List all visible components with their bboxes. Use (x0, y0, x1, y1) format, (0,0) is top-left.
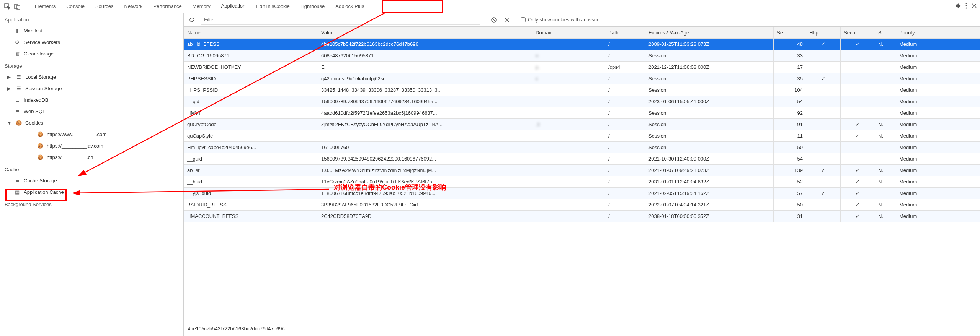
cell-path[interactable]: / (605, 119, 645, 130)
cell-value[interactable]: E (318, 62, 532, 73)
cell-priority[interactable]: Medium (896, 50, 980, 62)
cell-secure[interactable]: ✓ (841, 165, 875, 176)
col-header-size[interactable]: Size (774, 27, 806, 39)
cell-domain[interactable]: .3 (532, 119, 605, 130)
cell-value[interactable]: Zjmf%2FKzCBsycyOCnFL9YdPDybHAgaAUpTzTNA.… (318, 119, 532, 130)
table-row[interactable]: quCryptCodeZjmf%2FKzCBsycyOCnFL9YdPDybHA… (184, 119, 980, 130)
cell-path[interactable]: / (605, 50, 645, 62)
cell-expires[interactable]: 2031-01-01T12:40:04.632Z (645, 176, 774, 188)
sidebar-cookie-origin-0[interactable]: 🍪https://www.________.com (0, 128, 183, 140)
sidebar-item-cache-storage[interactable]: ≣Cache Storage (0, 175, 183, 186)
cell-secure[interactable]: ✓ (841, 39, 875, 50)
cell-priority[interactable]: Medium (896, 84, 980, 96)
cell-name[interactable]: PHPSESSID (184, 73, 318, 84)
cell-http[interactable] (806, 96, 841, 107)
cell-same[interactable] (875, 84, 896, 96)
cookies-grid[interactable]: Name Value Domain Path Expires / Max-Age… (184, 27, 980, 323)
col-header-name[interactable]: Name (184, 27, 318, 39)
cell-value[interactable] (318, 130, 532, 142)
cell-priority[interactable]: Medium (896, 142, 980, 153)
tab-lighthouse[interactable]: Lighthouse (295, 0, 330, 13)
cell-expires[interactable]: 2022-01-07T04:34:14.321Z (645, 199, 774, 211)
cell-name[interactable]: ab_jid_BFESS (184, 39, 318, 50)
sidebar-item-indexeddb[interactable]: ≣IndexedDB (0, 94, 183, 106)
cell-path[interactable]: / (605, 39, 645, 50)
cell-expires[interactable]: Session (645, 73, 774, 84)
cell-name[interactable]: quCapStyle (184, 130, 318, 142)
cell-expires[interactable]: 2021-12-12T11:06:08.000Z (645, 62, 774, 73)
sidebar-item-websql[interactable]: ≣Web SQL (0, 106, 183, 117)
tab-console[interactable]: Console (61, 0, 90, 13)
cell-http[interactable] (806, 211, 841, 222)
chevron-down-icon[interactable]: ▼ (7, 120, 11, 126)
cell-name[interactable]: HMACCOUNT_BFESS (184, 211, 318, 222)
cell-http[interactable] (806, 199, 841, 211)
cell-value[interactable]: q42mncustt9u15liahmlpj62sq (318, 73, 532, 84)
cell-name[interactable]: __guid (184, 153, 318, 165)
cell-size[interactable]: 50 (774, 142, 806, 153)
cell-size[interactable]: 11 (774, 130, 806, 142)
cell-expires[interactable]: Session (645, 50, 774, 62)
cell-same[interactable] (875, 50, 896, 62)
cell-secure[interactable]: ✓ (841, 199, 875, 211)
cell-secure[interactable] (841, 96, 875, 107)
cell-secure[interactable] (841, 84, 875, 96)
cell-secure[interactable] (841, 73, 875, 84)
cell-path[interactable]: / (605, 107, 645, 119)
table-row[interactable]: BAIDUID_BFESS3B39B29AF965E0D1582E0DC52E9… (184, 199, 980, 211)
cell-priority[interactable]: Medium (896, 96, 980, 107)
table-row[interactable]: PHPSESSIDq42mncustt9u15liahmlpj62sqc/Ses… (184, 73, 980, 84)
cell-path[interactable]: / (605, 96, 645, 107)
table-row[interactable]: quCapStyle/Session11✓N...Medium (184, 130, 980, 142)
tab-editthiscookie[interactable]: EditThisCookie (251, 0, 295, 13)
cell-secure[interactable]: ✓ (841, 130, 875, 142)
table-row[interactable]: Hm_lpvt_cabe4c29404569e6...1610005760/Se… (184, 142, 980, 153)
col-header-secure[interactable]: Secu... (841, 27, 875, 39)
cell-name[interactable]: BD_CG_15095871 (184, 50, 318, 62)
cell-secure[interactable] (841, 142, 875, 153)
cell-name[interactable]: __huid (184, 176, 318, 188)
cell-secure[interactable] (841, 107, 875, 119)
table-row[interactable]: __guid156009789.3425994802962422000.1609… (184, 153, 980, 165)
tab-application[interactable]: Application (216, 0, 251, 13)
cell-http[interactable]: ✓ (806, 188, 841, 199)
col-header-domain[interactable]: Domain (532, 27, 605, 39)
cell-same[interactable] (875, 107, 896, 119)
sidebar-item-local-storage[interactable]: ▶☰Local Storage (0, 71, 183, 83)
cell-same[interactable] (875, 153, 896, 165)
cell-size[interactable]: 54 (774, 96, 806, 107)
cell-same[interactable]: N... (875, 130, 896, 142)
cell-http[interactable] (806, 119, 841, 130)
tab-elements[interactable]: Elements (29, 0, 61, 13)
cell-priority[interactable]: Medium (896, 211, 980, 222)
cell-priority[interactable]: Medium (896, 107, 980, 119)
cell-path[interactable]: / (605, 84, 645, 96)
cell-path[interactable]: / (605, 211, 645, 222)
cell-same[interactable]: N... (875, 176, 896, 188)
cell-path[interactable]: / (605, 176, 645, 188)
cell-domain[interactable] (532, 153, 605, 165)
sidebar-item-manifest[interactable]: ▮Manifest (0, 25, 183, 36)
cell-domain[interactable]: n (532, 50, 605, 62)
col-header-priority[interactable]: Priority (896, 27, 980, 39)
cell-domain[interactable] (532, 39, 605, 50)
cell-priority[interactable]: Medium (896, 73, 980, 84)
cell-size[interactable]: 57 (774, 188, 806, 199)
cell-path[interactable]: / (605, 199, 645, 211)
cell-value[interactable]: 33425_1448_33439_33306_33287_33350_33313… (318, 84, 532, 96)
cell-path[interactable]: /cps4 (605, 62, 645, 73)
cell-value[interactable]: 4aadd610dfd2f5972f1efee2653a2bc5|1609946… (318, 107, 532, 119)
cell-domain[interactable] (532, 130, 605, 142)
cell-size[interactable]: 104 (774, 84, 806, 96)
cell-http[interactable] (806, 62, 841, 73)
gear-icon[interactable] (954, 2, 961, 10)
cell-priority[interactable]: Medium (896, 62, 980, 73)
cell-secure[interactable] (841, 153, 875, 165)
cell-value[interactable]: 1610005760 (318, 142, 532, 153)
cell-size[interactable]: 54 (774, 153, 806, 165)
tab-network[interactable]: Network (119, 0, 148, 13)
cell-same[interactable]: N... (875, 165, 896, 176)
cell-same[interactable]: N... (875, 199, 896, 211)
cell-name[interactable]: quCryptCode (184, 119, 318, 130)
cell-priority[interactable]: Medium (896, 199, 980, 211)
